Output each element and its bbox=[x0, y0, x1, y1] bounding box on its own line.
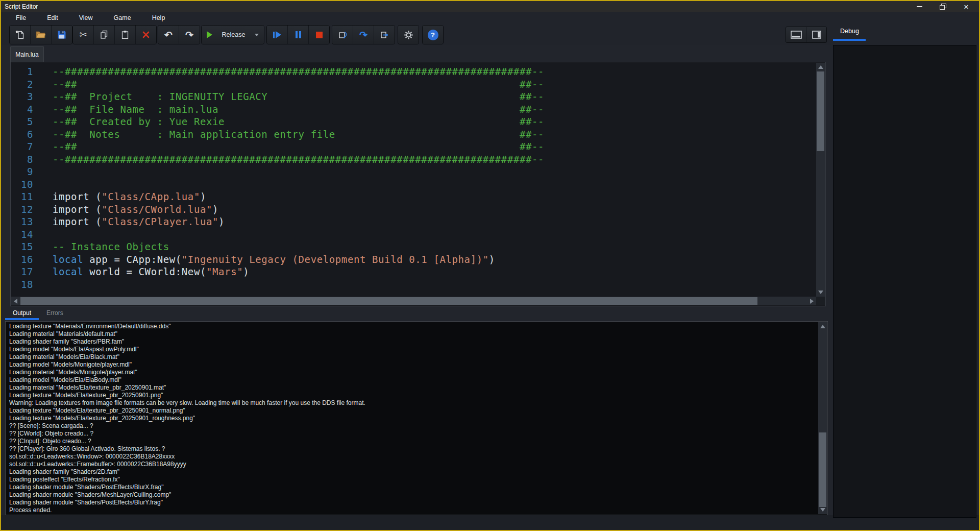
settings-group bbox=[398, 25, 419, 44]
scroll-down-arrow-icon[interactable] bbox=[820, 508, 825, 512]
edit-button-group bbox=[72, 25, 157, 44]
menu-view[interactable]: View bbox=[72, 13, 100, 22]
restore-button[interactable] bbox=[935, 1, 950, 12]
help-icon bbox=[428, 30, 438, 40]
code-line: 5--## Created by : Yue Rexie ##-- bbox=[11, 115, 816, 128]
cut-button[interactable] bbox=[73, 26, 94, 44]
console-line: Loading texture "Models/Ela/texture_pbr_… bbox=[9, 415, 816, 422]
titlebar: Script Editor bbox=[1, 1, 979, 12]
step-into-icon bbox=[338, 30, 348, 40]
minimize-button[interactable] bbox=[912, 1, 927, 12]
code-line: 4--## File Name : main.lua ##-- bbox=[11, 103, 816, 116]
toggle-bottom-panel-button[interactable] bbox=[786, 27, 806, 42]
console-line: Loading texture "Models/Ela/texture_pbr_… bbox=[9, 407, 816, 415]
scroll-up-arrow-icon[interactable] bbox=[818, 65, 823, 69]
pause-icon bbox=[296, 31, 301, 38]
scroll-right-arrow-icon[interactable] bbox=[810, 299, 814, 304]
menu-game[interactable]: Game bbox=[107, 13, 138, 22]
code-line: 9 bbox=[11, 165, 816, 178]
tab-debug-label: Debug bbox=[840, 28, 859, 35]
console-line: ?? [CInput]: Objeto creado... ? bbox=[9, 438, 816, 445]
copy-icon bbox=[100, 30, 109, 39]
toolbar: Release bbox=[1, 23, 979, 45]
step-out-icon bbox=[380, 30, 389, 40]
tab-errors-label: Errors bbox=[46, 309, 63, 317]
new-file-button[interactable] bbox=[10, 26, 31, 44]
release-dropdown[interactable]: Release bbox=[202, 26, 264, 44]
help-button[interactable] bbox=[423, 26, 443, 44]
code-line: 2--## ##-- bbox=[11, 78, 816, 91]
console-vscroll-thumb[interactable] bbox=[819, 432, 826, 507]
save-button[interactable] bbox=[52, 26, 72, 44]
code-line: 15-- Instance Objects bbox=[11, 240, 816, 253]
paste-button[interactable] bbox=[115, 26, 136, 44]
undo-redo-group bbox=[158, 25, 200, 44]
menu-file[interactable]: File bbox=[9, 13, 33, 22]
settings-button[interactable] bbox=[398, 26, 419, 44]
pause-button[interactable] bbox=[288, 26, 309, 44]
script-editor-window: Script Editor FileEditViewGameHelp bbox=[0, 0, 980, 531]
menu-help[interactable]: Help bbox=[145, 13, 172, 22]
tab-output[interactable]: Output bbox=[5, 307, 39, 319]
tab-debug[interactable]: Debug bbox=[840, 28, 859, 35]
paste-icon bbox=[120, 30, 130, 39]
run-button[interactable] bbox=[267, 26, 288, 44]
step-control-group bbox=[332, 25, 395, 44]
play-icon bbox=[207, 31, 212, 38]
scrollbar-corner bbox=[816, 297, 825, 305]
scroll-down-arrow-icon[interactable] bbox=[818, 291, 823, 294]
toggle-right-panel-button[interactable] bbox=[806, 27, 826, 42]
console-line: Loading shader module "Shaders/PostEffec… bbox=[9, 499, 816, 506]
window-title: Script Editor bbox=[5, 3, 38, 10]
build-config-group: Release bbox=[201, 25, 264, 44]
menubar: FileEditViewGameHelp bbox=[1, 12, 979, 23]
tab-main-lua[interactable]: Main.lua bbox=[10, 46, 44, 62]
redo-button[interactable] bbox=[179, 26, 200, 44]
code-line: 12import ("Class/CWorld.lua") bbox=[11, 203, 816, 216]
code-line: 17local world = CWorld:New("Mars") bbox=[11, 266, 816, 278]
step-into-button[interactable] bbox=[332, 26, 353, 44]
step-over-button[interactable] bbox=[353, 26, 374, 44]
run-icon bbox=[273, 31, 281, 38]
delete-button[interactable] bbox=[136, 26, 156, 44]
open-button[interactable] bbox=[31, 26, 52, 44]
editor-horizontal-scrollbar[interactable] bbox=[11, 297, 816, 305]
code-line: 8--#####################################… bbox=[11, 153, 816, 166]
console-line: ?? [CWorld]: Objeto creado... ? bbox=[9, 430, 816, 438]
console-line: Loading material "Models/Ela/texture_pbr… bbox=[9, 384, 816, 392]
editor-vertical-scrollbar[interactable] bbox=[816, 63, 825, 297]
output-console[interactable]: Loading texture "Materials/Environment/D… bbox=[5, 321, 828, 515]
help-group bbox=[422, 25, 444, 44]
copy-button[interactable] bbox=[94, 26, 115, 44]
code-line: 1--#####################################… bbox=[11, 65, 816, 78]
editor-vscroll-thumb[interactable] bbox=[817, 71, 824, 151]
code-lines: 1--#####################################… bbox=[11, 62, 816, 297]
step-over-icon bbox=[359, 29, 368, 41]
editor-hscroll-thumb[interactable] bbox=[20, 297, 757, 305]
bottom-panel-icon bbox=[791, 31, 802, 39]
undo-button[interactable] bbox=[158, 26, 179, 44]
code-line: 11import ("Class/CApp.lua") bbox=[11, 190, 816, 203]
console-line: Loading material "Materials/default.mat" bbox=[9, 330, 816, 338]
stop-icon bbox=[316, 32, 323, 38]
stop-button[interactable] bbox=[309, 26, 329, 44]
right-panel-icon bbox=[812, 31, 821, 39]
scroll-up-arrow-icon[interactable] bbox=[820, 325, 825, 328]
step-out-button[interactable] bbox=[374, 26, 395, 44]
debug-panel[interactable] bbox=[833, 45, 976, 518]
console-line: Loading shader module "Shaders/PostEffec… bbox=[9, 484, 816, 491]
console-line: Process ended. bbox=[9, 506, 816, 514]
code-editor[interactable]: 1--#####################################… bbox=[10, 62, 826, 306]
close-button[interactable] bbox=[959, 1, 974, 12]
save-icon bbox=[57, 30, 66, 39]
output-tabs: Output Errors bbox=[5, 307, 71, 320]
console-line: Loading shader family "Shaders/2D.fam" bbox=[9, 468, 816, 476]
scroll-left-arrow-icon[interactable] bbox=[14, 299, 17, 304]
tab-errors[interactable]: Errors bbox=[39, 307, 71, 319]
release-label: Release bbox=[212, 31, 255, 38]
menu-edit[interactable]: Edit bbox=[40, 13, 65, 22]
console-line: Loading model "Models/Ela/AspasLowPoly.m… bbox=[9, 346, 816, 353]
console-line: Loading texture "Models/Ela/texture_pbr_… bbox=[9, 392, 816, 399]
tab-output-label: Output bbox=[13, 309, 31, 317]
console-vertical-scrollbar[interactable] bbox=[818, 322, 827, 514]
